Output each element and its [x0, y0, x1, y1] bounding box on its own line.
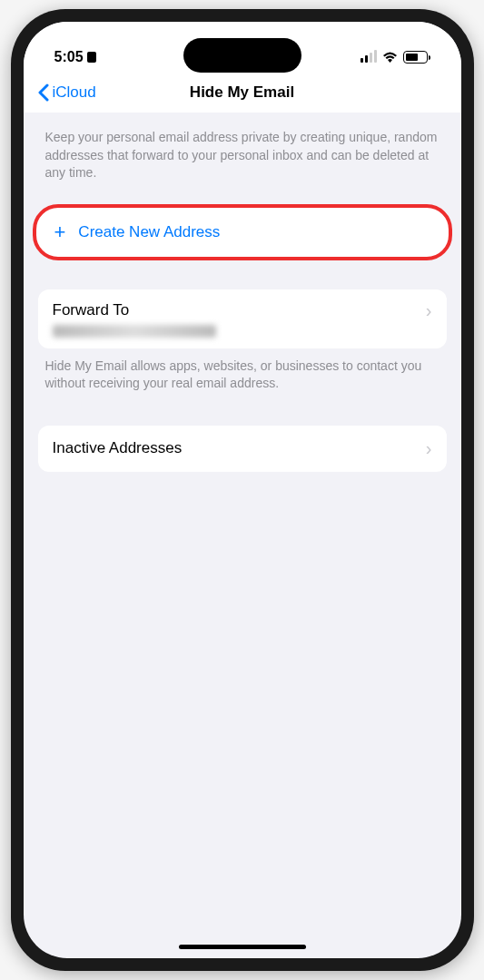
inactive-addresses-cell[interactable]: Inactive Addresses ›	[38, 426, 447, 472]
battery-percent: 62	[410, 53, 420, 63]
battery-icon: 62	[403, 51, 430, 64]
id-card-icon	[87, 52, 96, 63]
status-right: 62	[361, 51, 430, 64]
back-label: iCloud	[53, 83, 96, 102]
chevron-left-icon	[38, 83, 49, 102]
inactive-label: Inactive Addresses	[53, 439, 183, 457]
phone-screen: 5:05 62	[24, 22, 461, 958]
forward-label: Forward To	[53, 301, 130, 319]
back-button[interactable]: iCloud	[38, 83, 96, 102]
status-time: 5:05	[54, 49, 96, 65]
page-title: Hide My Email	[190, 83, 294, 102]
wifi-icon	[382, 52, 398, 63]
home-indicator[interactable]	[179, 945, 306, 949]
nav-bar: iCloud Hide My Email	[24, 74, 461, 113]
create-label: Create New Address	[78, 223, 220, 241]
intro-text: Keep your personal email address private…	[38, 113, 447, 204]
forward-email-redacted	[53, 325, 216, 338]
dynamic-island	[183, 38, 301, 73]
forward-footer-text: Hide My Email allows apps, websites, or …	[38, 348, 447, 415]
chevron-right-icon: ›	[426, 300, 432, 321]
create-address-button[interactable]: + Create New Address	[33, 204, 452, 260]
phone-frame: 5:05 62	[11, 9, 474, 971]
plus-icon: +	[54, 220, 66, 244]
content-area: Keep your personal email address private…	[24, 113, 461, 472]
cellular-icon	[361, 52, 377, 63]
forward-to-cell[interactable]: Forward To ›	[38, 289, 447, 348]
time-text: 5:05	[54, 49, 84, 65]
chevron-right-icon: ›	[426, 438, 432, 459]
